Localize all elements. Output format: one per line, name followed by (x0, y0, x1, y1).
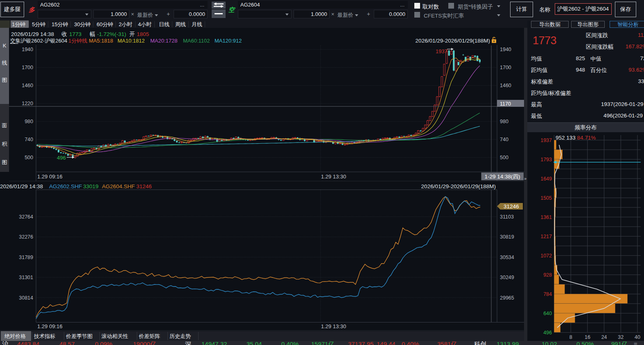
svg-text:30534: 30534 (500, 255, 514, 260)
svg-text:740: 740 (25, 137, 33, 142)
svg-text:交集: 交集 (10, 38, 21, 44)
svg-text:收: 收 (61, 31, 67, 37)
svg-text:1937: 1937 (540, 138, 552, 143)
svg-text:1.29 13:30: 1.29 13:30 (321, 174, 346, 180)
svg-text:MA60:1102: MA60:1102 (183, 38, 210, 44)
svg-text:31246: 31246 (504, 203, 519, 210)
svg-text:31103: 31103 (500, 214, 514, 220)
svg-text:1700: 1700 (500, 65, 511, 70)
svg-text:1940: 1940 (500, 47, 511, 52)
svg-text:24: 24 (601, 334, 607, 340)
svg-text:1分钟线: 1分钟线 (68, 38, 87, 44)
svg-text:1649: 1649 (540, 176, 552, 182)
svg-text:AG2602.SHF: AG2602.SHF (49, 183, 82, 189)
svg-text:1-29 14:38(四): 1-29 14:38(四) (484, 174, 520, 180)
svg-text:30249: 30249 (500, 275, 514, 280)
svg-text:740: 740 (500, 137, 508, 142)
svg-text:928: 928 (543, 272, 552, 278)
svg-text:31301: 31301 (19, 275, 33, 280)
svg-text:幅: 幅 (90, 31, 95, 37)
svg-text:31246: 31246 (136, 183, 152, 189)
svg-text:980: 980 (500, 119, 508, 124)
svg-text:496: 496 (57, 155, 66, 161)
svg-text:496: 496 (543, 330, 552, 336)
svg-text:500: 500 (25, 155, 33, 160)
svg-text:31789: 31789 (19, 255, 33, 260)
svg-text:1700: 1700 (22, 65, 33, 70)
svg-text:1220: 1220 (22, 101, 33, 106)
svg-text:1170: 1170 (500, 101, 511, 107)
svg-text:1940: 1940 (22, 47, 33, 52)
svg-text:2026/01/29 14:38: 2026/01/29 14:38 (0, 183, 43, 189)
svg-text:MA5:1818: MA5:1818 (89, 38, 113, 44)
svg-text:1217: 1217 (540, 234, 552, 239)
svg-text:952 133 84.71%: 952 133 84.71% (556, 135, 596, 141)
svg-text:29965: 29965 (500, 295, 514, 301)
svg-text:8: 8 (569, 334, 572, 340)
svg-text:32764: 32764 (19, 214, 33, 220)
svg-text:2026/01/29 14:38: 2026/01/29 14:38 (11, 31, 54, 37)
svg-text:980: 980 (25, 119, 33, 124)
svg-text:1072: 1072 (540, 253, 552, 259)
svg-text:1937: 1937 (436, 48, 447, 54)
svg-text:30814: 30814 (19, 295, 33, 301)
svg-text:784: 784 (543, 291, 552, 297)
svg-text:16: 16 (585, 334, 590, 340)
svg-text:1.29 13:30: 1.29 13:30 (321, 323, 346, 329)
svg-text:沪银2602-沪银2604: 沪银2602-沪银2604 (20, 38, 67, 44)
svg-text:开: 开 (129, 31, 135, 37)
svg-text:MA20:1728: MA20:1728 (150, 38, 178, 44)
svg-text:-1.72%(-31): -1.72%(-31) (97, 31, 126, 37)
svg-text:1805: 1805 (137, 31, 149, 37)
svg-text:32: 32 (618, 334, 624, 340)
svg-text:640: 640 (543, 311, 552, 316)
svg-text:32276: 32276 (19, 234, 33, 240)
svg-text:33019: 33019 (83, 183, 99, 189)
svg-text:1773: 1773 (69, 31, 81, 37)
svg-text:30819: 30819 (500, 234, 514, 240)
svg-text:1.29 09:16: 1.29 09:16 (37, 174, 62, 180)
svg-text:1505: 1505 (540, 195, 552, 201)
svg-text:1793: 1793 (540, 157, 552, 162)
svg-text:1460: 1460 (500, 83, 511, 88)
svg-text:AG2604.SHF: AG2604.SHF (102, 183, 135, 189)
svg-text:1361: 1361 (540, 214, 552, 220)
svg-text:2026/01/29-2026/01/29(188M): 2026/01/29-2026/01/29(188M) (416, 38, 490, 44)
svg-text:500: 500 (500, 155, 508, 160)
svg-text:MA120:912: MA120:912 (215, 38, 242, 44)
svg-text:1.29 09:16: 1.29 09:16 (37, 323, 62, 329)
svg-text:MA10:1812: MA10:1812 (118, 38, 145, 44)
svg-text:2026/01/29-2026/01/29(188M): 2026/01/29-2026/01/29(188M) (421, 183, 496, 189)
svg-text:1460: 1460 (22, 83, 33, 88)
svg-text:40: 40 (635, 334, 640, 340)
